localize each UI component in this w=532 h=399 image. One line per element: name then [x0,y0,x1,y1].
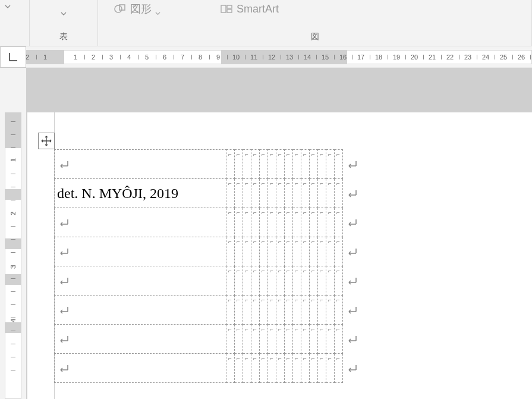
shapes-button[interactable]: 図形 [110,1,164,17]
table-cell[interactable] [55,354,226,383]
table-cell[interactable]: ⌐ [226,325,235,354]
table-cell[interactable]: ⌐ [268,266,276,296]
table-cell[interactable]: ⌐ [226,179,235,208]
table-cell[interactable]: ⌐ [251,325,260,354]
table-cell[interactable]: ⌐ [268,325,276,354]
table-cell[interactable]: ⌐ [301,150,310,179]
table-cell[interactable]: ⌐ [285,179,293,208]
table-cell[interactable]: ⌐ [318,208,326,237]
table-cell[interactable]: ⌐ [235,354,243,383]
ribbon-dropdown-1[interactable] [0,0,30,46]
table-cell[interactable]: ⌐ [326,325,335,354]
table-cell[interactable] [55,266,226,296]
table-cell[interactable]: ⌐ [293,179,301,208]
table-cell[interactable]: ⌐ [235,237,243,266]
table-cell[interactable]: ⌐ [268,179,276,208]
table-cell[interactable]: ⌐ [326,296,335,325]
table-cell[interactable]: ⌐ [335,179,343,208]
table-cell[interactable]: ⌐ [226,150,235,179]
table-cell[interactable]: ⌐ [301,237,310,266]
table-cell[interactable]: ⌐ [335,325,343,354]
table-cell[interactable]: ⌐ [285,266,293,296]
table-cell[interactable]: ⌐ [310,208,318,237]
table-cell[interactable]: ⌐ [335,237,343,266]
table-cell[interactable]: ⌐ [318,354,326,383]
table-cell[interactable]: ⌐ [285,208,293,237]
table-cell[interactable]: ⌐ [276,354,285,383]
table-cell[interactable]: ⌐ [293,325,301,354]
table-cell[interactable]: ⌐ [260,325,268,354]
vertical-ruler[interactable]: 1234 [0,68,26,399]
table-cell[interactable] [55,325,226,354]
table-cell[interactable]: ⌐ [251,266,260,296]
table-cell[interactable]: ⌐ [318,266,326,296]
table-cell[interactable] [55,208,226,237]
table-move-handle[interactable] [38,133,55,149]
smartart-button[interactable]: SmartArt [216,1,282,17]
table-cell[interactable]: ⌐ [251,208,260,237]
table-cell[interactable]: ⌐ [276,150,285,179]
table-cell[interactable]: ⌐ [226,354,235,383]
tab-selector[interactable] [0,46,26,68]
table-cell[interactable]: ⌐ [285,325,293,354]
table-cell[interactable]: ⌐ [301,179,310,208]
table-cell[interactable]: ⌐ [268,237,276,266]
table-cell[interactable]: ⌐ [301,208,310,237]
table-cell[interactable]: ⌐ [310,266,318,296]
table-cell[interactable]: ⌐ [293,237,301,266]
table-cell[interactable]: ⌐ [293,150,301,179]
table-row[interactable]: ⌐⌐⌐⌐⌐⌐⌐⌐⌐⌐⌐⌐⌐⌐ [55,266,361,296]
table-cell[interactable]: ⌐ [226,208,235,237]
table-row[interactable]: ⌐⌐⌐⌐⌐⌐⌐⌐⌐⌐⌐⌐⌐⌐ [55,208,361,237]
table-cell[interactable]: ⌐ [310,325,318,354]
table-cell[interactable]: ⌐ [268,150,276,179]
table-cell[interactable]: ⌐ [318,296,326,325]
table-cell[interactable]: ⌐ [293,266,301,296]
table-cell[interactable]: ⌐ [276,266,285,296]
table-cell[interactable]: ⌐ [318,150,326,179]
table-cell[interactable] [55,237,226,266]
table-cell[interactable]: ⌐ [285,296,293,325]
table-cell[interactable]: ⌐ [335,354,343,383]
table-cell[interactable]: ⌐ [226,266,235,296]
table-cell[interactable]: ⌐ [235,325,243,354]
table-cell[interactable]: ⌐ [235,266,243,296]
table-cell[interactable]: ⌐ [260,150,268,179]
table-cell[interactable]: ⌐ [260,208,268,237]
table-row[interactable]: ⌐⌐⌐⌐⌐⌐⌐⌐⌐⌐⌐⌐⌐⌐ [55,237,361,266]
table-cell[interactable]: ⌐ [260,266,268,296]
table-cell[interactable]: ⌐ [268,208,276,237]
table-cell[interactable]: ⌐ [285,354,293,383]
table-cell[interactable]: ⌐ [310,150,318,179]
table-cell[interactable]: ⌐ [293,208,301,237]
table-cell[interactable]: ⌐ [318,179,326,208]
table-cell[interactable]: ⌐ [276,237,285,266]
table-cell[interactable]: ⌐ [251,179,260,208]
table-cell[interactable]: ⌐ [326,354,335,383]
table-cell[interactable]: ⌐ [326,266,335,296]
table-cell[interactable]: ⌐ [243,150,251,179]
table-cell[interactable]: ⌐ [285,150,293,179]
table-cell[interactable]: ⌐ [235,179,243,208]
table-cell[interactable]: ⌐ [326,208,335,237]
table-cell[interactable] [55,296,226,325]
table-cell[interactable]: ⌐ [243,354,251,383]
table-cell[interactable]: ⌐ [301,296,310,325]
document-table[interactable]: ⌐⌐⌐⌐⌐⌐⌐⌐⌐⌐⌐⌐⌐⌐det. N. MYÔJI, 2019⌐⌐⌐⌐⌐⌐⌐… [54,149,361,383]
table-row[interactable]: ⌐⌐⌐⌐⌐⌐⌐⌐⌐⌐⌐⌐⌐⌐ [55,325,361,354]
table-cell[interactable]: ⌐ [310,179,318,208]
table-cell[interactable]: ⌐ [276,296,285,325]
table-cell[interactable]: ⌐ [260,179,268,208]
table-cell[interactable]: ⌐ [310,296,318,325]
table-cell[interactable]: ⌐ [285,237,293,266]
table-cell[interactable]: ⌐ [251,237,260,266]
table-cell[interactable]: ⌐ [243,266,251,296]
table-cell[interactable]: ⌐ [335,266,343,296]
table-row[interactable]: det. N. MYÔJI, 2019⌐⌐⌐⌐⌐⌐⌐⌐⌐⌐⌐⌐⌐⌐ [55,179,361,208]
table-cell[interactable]: ⌐ [243,325,251,354]
table-cell[interactable]: ⌐ [251,150,260,179]
table-cell[interactable]: ⌐ [335,208,343,237]
table-cell[interactable]: ⌐ [226,296,235,325]
table-row[interactable]: ⌐⌐⌐⌐⌐⌐⌐⌐⌐⌐⌐⌐⌐⌐ [55,296,361,325]
table-cell[interactable] [55,150,226,179]
